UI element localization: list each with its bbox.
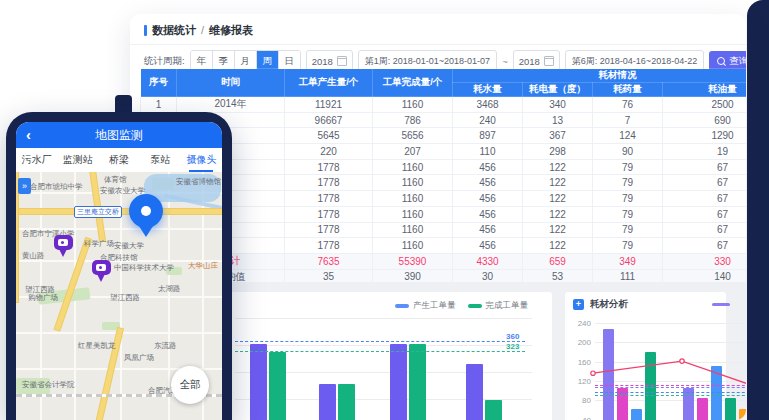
bar-产生工单量[interactable] [250, 344, 267, 420]
table-cell: 1160 [373, 159, 453, 175]
camera-icon [96, 264, 106, 271]
column-header: 序号 [141, 69, 177, 97]
column-header: 工单完成量/个 [373, 69, 453, 97]
table-cell: 456 [453, 206, 523, 222]
map-poi-label: 中国科学技术大学 [114, 263, 174, 273]
tab-摄像头[interactable]: 摄像头 [181, 148, 222, 172]
map-expand-button[interactable]: » [18, 178, 31, 194]
table-cell: 1778 [285, 159, 373, 175]
total-row-value: 659 [523, 253, 593, 269]
table-cell: 1290 [663, 128, 747, 144]
bar-产生工单量[interactable] [390, 344, 407, 420]
map-poi-label: 红星美凯龙 [78, 341, 116, 351]
map-poi-label: 安徽大学 [114, 241, 144, 251]
bar-完成工单量[interactable] [338, 384, 355, 420]
table-cell: 2500 [663, 97, 747, 113]
column-header: 工单产生量/个 [285, 69, 373, 97]
consumables-chart-plot: 2402001601208040 [565, 292, 726, 420]
calendar-icon [337, 56, 347, 66]
table-cell: 67 [663, 206, 747, 222]
map-poi-label: 购物广场 [28, 293, 58, 303]
year-end-value: 2018 [519, 56, 540, 67]
tab-桥梁[interactable]: 桥梁 [98, 148, 139, 172]
table-cell: 456 [453, 175, 523, 191]
table-cell: 122 [523, 175, 593, 191]
selected-marker-tail [139, 226, 153, 237]
map-poi-label: 合肥市琥珀中学 [30, 182, 83, 192]
table-cell: 67 [663, 175, 747, 191]
bar-完成工单量[interactable] [409, 344, 426, 420]
group-header: 耗材情况 [453, 69, 747, 83]
camera-marker-tail [59, 249, 67, 257]
table-row: 12014年1192111603468340762500 [141, 97, 747, 113]
table-cell: 11921 [285, 97, 373, 113]
camera-icon [58, 239, 68, 246]
table-cell: 67 [663, 222, 747, 238]
screenshot-canvas: 数据统计 / 维修报表 统计周期: 年季月周日 2018 第1周: 2018-0… [0, 0, 769, 420]
reference-line-323 [235, 351, 525, 352]
week-end-value: 第6周: 2018-04-16~2018-04-22 [572, 55, 697, 68]
table-cell: 67 [663, 238, 747, 254]
gridline [235, 345, 532, 346]
table-cell: 122 [523, 238, 593, 254]
table-cell: 3468 [453, 97, 523, 113]
bar-产生工单量[interactable] [466, 364, 483, 420]
table-cell: 122 [523, 159, 593, 175]
bar-完成工单量[interactable] [485, 400, 502, 420]
phone-frame: ‹ 地图监测 污水厂监测站桥梁泵站摄像头 [6, 112, 232, 420]
breadcrumb-accent-bar [144, 25, 147, 36]
table-cell: 19 [663, 144, 747, 160]
total-row-value: 7635 [285, 253, 373, 269]
map-poi-label: 东流路 [154, 341, 177, 351]
map-view[interactable]: 合肥市琥珀中学体育馆安徽农业大学安徽省博物馆三里庵立交桥合肥市宁溪小学科学广场安… [16, 172, 222, 420]
sub-column-header: 耗电量（度） [523, 83, 593, 97]
table-cell: 340 [523, 97, 593, 113]
tab-污水厂[interactable]: 污水厂 [16, 148, 57, 172]
total-row-value: 55390 [373, 253, 453, 269]
table-cell: 1160 [373, 191, 453, 207]
table-cell: 122 [523, 206, 593, 222]
breadcrumb-section[interactable]: 数据统计 [152, 23, 196, 38]
table-cell: 124 [593, 128, 663, 144]
back-icon[interactable]: ‹ [26, 126, 31, 143]
map-poi-label: 安徽省博物馆 [176, 177, 221, 187]
table-cell: 67 [663, 159, 747, 175]
bar-产生工单量[interactable] [319, 384, 336, 420]
map-all-button[interactable]: 全部 [171, 366, 209, 404]
table-cell: 90 [593, 144, 663, 160]
trend-line-layer [565, 292, 746, 420]
table-cell: 76 [593, 97, 663, 113]
map-poi-label: 凤凰广场 [124, 353, 154, 363]
camera-marker[interactable] [92, 260, 112, 286]
bar-完成工单量[interactable] [269, 352, 286, 420]
total-row-value: 4330 [453, 253, 523, 269]
year-start-value: 2018 [312, 56, 333, 67]
range-separator: ~ [502, 56, 508, 67]
reference-line-360 [235, 341, 525, 342]
tab-监测站[interactable]: 监测站 [57, 148, 98, 172]
camera-marker[interactable] [54, 235, 74, 261]
table-cell: 1160 [373, 238, 453, 254]
table-cell: 79 [593, 222, 663, 238]
column-header: 时间 [177, 69, 285, 97]
camera-marker-tail [97, 274, 105, 282]
selected-camera-marker[interactable] [129, 194, 163, 240]
map-poi-label: 科学广场 [84, 239, 114, 249]
calendar-icon [544, 56, 554, 66]
table-cell: 110 [453, 144, 523, 160]
breadcrumb-separator: / [201, 24, 204, 36]
sub-column-header: 耗药量 [593, 83, 663, 97]
background-accent-shape [747, 0, 769, 420]
map-poi-label: 黄山路 [22, 251, 45, 261]
table-cell: 690 [663, 112, 747, 128]
tab-泵站[interactable]: 泵站 [140, 148, 181, 172]
table-cell: 7 [593, 112, 663, 128]
table-cell: 786 [373, 112, 453, 128]
table-cell: 79 [593, 175, 663, 191]
table-cell: 2014年 [177, 97, 285, 113]
app-header: ‹ 地图监测 [16, 122, 222, 148]
table-cell: 1160 [373, 175, 453, 191]
table-cell: 298 [523, 144, 593, 160]
table-cell: 79 [593, 159, 663, 175]
total-row-value: 330 [663, 253, 747, 269]
